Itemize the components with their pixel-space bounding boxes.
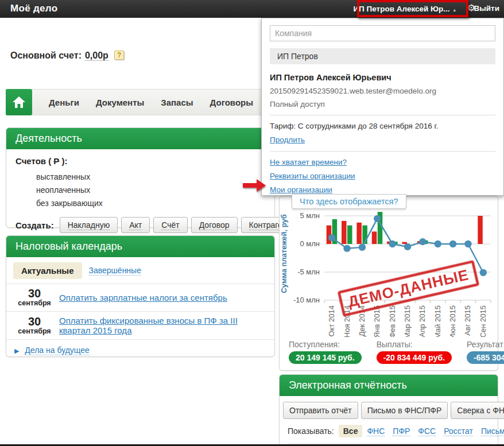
filter-letters[interactable]: Письма bbox=[481, 426, 504, 436]
e-reports-panel: Электронная отчётность Отправить отчёт П… bbox=[279, 374, 498, 446]
home-icon bbox=[13, 96, 25, 108]
payments-chart-panel: 5 млн0 млн-5 млн-10 млнСумма платежей, р… bbox=[279, 196, 498, 371]
user-access-level: Полный доступ bbox=[270, 100, 495, 108]
tariff-info: Тариф: С сотрудниками до 28 сентября 201… bbox=[270, 122, 495, 130]
divider bbox=[270, 151, 495, 152]
main-account-label: Основной счет: bbox=[10, 51, 82, 60]
user-full-name: ИП Петров Алексей Юрьевич bbox=[270, 73, 495, 82]
filter-fss[interactable]: ФСС bbox=[418, 426, 436, 436]
fns-reconciliation-button[interactable]: Сверка с ФНС bbox=[451, 402, 504, 419]
svg-text:Апр 2015: Апр 2015 bbox=[418, 305, 427, 337]
top-header: Моё дело ИП Петров Алексей Юр...▴ ⚙ Выйт… bbox=[0, 0, 504, 18]
letter-fns-pfr-button[interactable]: Письмо в ФНС/ПФР bbox=[361, 402, 448, 419]
svg-text:Авг 2015: Авг 2015 bbox=[463, 305, 472, 336]
app-logo: Моё дело bbox=[10, 3, 57, 14]
payments-chart: 5 млн0 млн-5 млн-10 млнСумма платежей, р… bbox=[280, 196, 499, 337]
logout-button[interactable]: Выйти bbox=[474, 4, 500, 13]
help-icon[interactable]: ? bbox=[114, 51, 124, 60]
no-time-link[interactable]: Не хватает времени? bbox=[270, 158, 495, 166]
svg-text:0 млн: 0 млн bbox=[300, 239, 320, 248]
tab-actual[interactable]: Актуальные bbox=[13, 262, 82, 279]
chevron-up-icon: ▴ bbox=[453, 7, 456, 13]
create-act-button[interactable]: Акт bbox=[121, 217, 150, 233]
activity-panel: Деятельность Счетов ( Р ): выставленных … bbox=[6, 127, 275, 228]
tab-stock[interactable]: Запасы bbox=[161, 98, 193, 107]
event-date: 30 сентября bbox=[12, 316, 57, 335]
svg-text:Фев 2015: Фев 2015 bbox=[388, 305, 397, 337]
tab-completed[interactable]: Завершённые bbox=[89, 266, 141, 276]
user-dropdown-button[interactable]: ИП Петров Алексей Юр...▴ bbox=[347, 0, 462, 18]
divider bbox=[288, 443, 490, 444]
svg-text:5 млн: 5 млн bbox=[300, 211, 320, 220]
invoices-counter-label: Счетов ( Р ): bbox=[15, 156, 265, 166]
filter-pfr[interactable]: ПФР bbox=[393, 426, 410, 436]
ruble-icon: Р bbox=[53, 156, 59, 166]
svg-text:Сумма платежей, руб: Сумма платежей, руб bbox=[280, 214, 288, 293]
user-dropdown-panel: ИП Петров ИП Петров Алексей Юрьевич 2015… bbox=[261, 18, 504, 196]
svg-text:Окт 2014: Окт 2014 bbox=[327, 305, 336, 336]
tax-calendar-panel: Налоговый календарь Актуальные Завершённ… bbox=[6, 235, 275, 357]
svg-text:Сен 2015: Сен 2015 bbox=[479, 305, 487, 337]
receipts-badge: 20 149 145 руб. bbox=[289, 351, 362, 364]
activity-panel-title: Деятельность bbox=[6, 128, 274, 149]
create-waybill-button[interactable]: Накладную bbox=[60, 217, 118, 233]
my-organizations-link[interactable]: Мои организации bbox=[270, 185, 495, 194]
company-search-input[interactable] bbox=[270, 25, 495, 41]
stat-receipts: Поступления: 20 149 145 руб. bbox=[289, 340, 362, 364]
create-contract-button[interactable]: Договор bbox=[191, 217, 238, 233]
org-details-link[interactable]: Реквизиты организации bbox=[270, 172, 495, 180]
filter-rosstat[interactable]: Росстат bbox=[444, 426, 473, 436]
tab-contracts[interactable]: Договоры bbox=[210, 98, 253, 107]
svg-text:Мар 2015: Мар 2015 bbox=[403, 305, 412, 337]
filter-all[interactable]: Все bbox=[339, 425, 363, 437]
svg-text:Июн 2015: Июн 2015 bbox=[448, 305, 457, 337]
divider bbox=[270, 115, 495, 115]
main-account-line: Основной счет:0,00р? bbox=[10, 51, 124, 61]
calendar-event-row: 30 сентября Оплатить зарплатные налоги з… bbox=[6, 284, 274, 311]
stat-result: Результат: -685 304 руб. bbox=[467, 340, 504, 364]
triangle-icon: ▶ bbox=[14, 347, 19, 354]
filter-label: Показывать: bbox=[288, 426, 334, 436]
company-list-item[interactable]: ИП Петров bbox=[270, 48, 495, 64]
main-account-value[interactable]: 0,00р bbox=[85, 51, 108, 61]
event-date: 30 сентября bbox=[12, 288, 57, 307]
user-email: 201509291452359021.web.tester@moedelo.or… bbox=[270, 87, 495, 95]
svg-text:Май 2015: Май 2015 bbox=[433, 305, 442, 337]
tab-money[interactable]: Деньги bbox=[49, 98, 79, 107]
prolong-link[interactable]: Продлить bbox=[270, 135, 305, 144]
tab-home[interactable] bbox=[6, 89, 32, 115]
app-root: Моё дело ИП Петров Алексей Юр...▴ ⚙ Выйт… bbox=[0, 0, 504, 446]
svg-text:-10 млн: -10 млн bbox=[293, 296, 320, 304]
event-link-fixed-fees[interactable]: Оплатить фиксированные взносы в ПФ за II… bbox=[59, 316, 269, 335]
invoice-row-unpaid: неоплаченных bbox=[36, 184, 265, 197]
e-reports-title: Электронная отчётность bbox=[280, 375, 498, 396]
create-invoice-button[interactable]: Счёт bbox=[153, 217, 187, 233]
result-badge: -685 304 руб. bbox=[467, 351, 504, 364]
svg-text:Ноя 2014: Ноя 2014 bbox=[343, 305, 351, 337]
event-link-salary-taxes[interactable]: Оплатить зарплатные налоги за сентябрь bbox=[59, 293, 227, 302]
create-label: Создать: bbox=[15, 220, 54, 230]
invoice-row-unclosed: без закрывающих bbox=[36, 197, 265, 210]
calendar-event-row: 30 сентября Оплатить фиксированные взнос… bbox=[6, 311, 274, 339]
tax-calendar-title: Налоговый календарь bbox=[6, 236, 274, 257]
payments-badge: -20 834 449 руб. bbox=[377, 351, 452, 364]
send-report-button[interactable]: Отправить отчёт bbox=[283, 402, 358, 419]
invoice-row-issued: выставленных bbox=[36, 170, 265, 184]
chart-help-tooltip[interactable]: Что здесь отображается? bbox=[292, 194, 406, 209]
svg-text:Янв 2015: Янв 2015 bbox=[373, 305, 381, 337]
svg-text:-5 млн: -5 млн bbox=[297, 267, 320, 276]
chart-totals: Поступления: 20 149 145 руб. Выплаты: -2… bbox=[289, 340, 491, 364]
tab-documents[interactable]: Документы bbox=[96, 98, 144, 107]
svg-text:Дек 2014: Дек 2014 bbox=[358, 305, 366, 336]
future-tasks-link[interactable]: Дела на будущее bbox=[25, 346, 89, 355]
stat-payments: Выплаты: -20 834 449 руб. bbox=[377, 340, 452, 364]
filter-fns[interactable]: ФНС bbox=[367, 426, 385, 436]
